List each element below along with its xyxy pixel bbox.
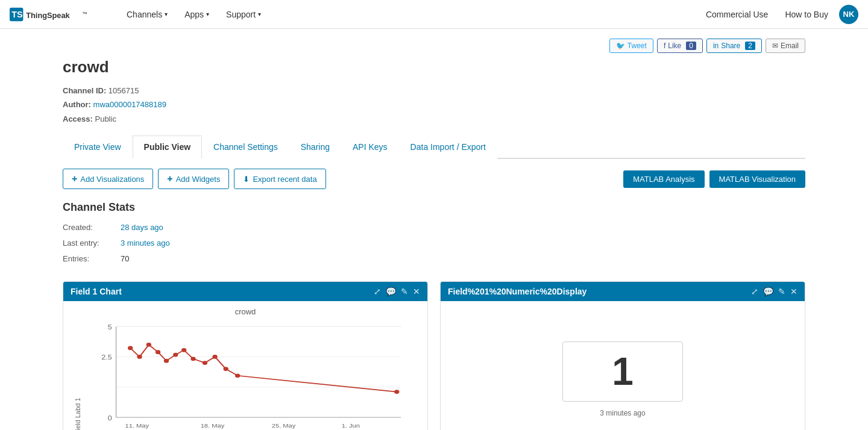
created-value: 28 days ago bbox=[121, 220, 163, 235]
nav-support[interactable]: Support ▾ bbox=[218, 0, 269, 29]
tab-public-view[interactable]: Public View bbox=[133, 136, 203, 159]
svg-text:1. Jun: 1. Jun bbox=[342, 423, 360, 429]
field1-chart-title: Field 1 Chart bbox=[71, 287, 122, 296]
field1-edit-icon[interactable]: ✎ bbox=[401, 287, 408, 296]
twitter-icon: 🐦 bbox=[616, 42, 625, 50]
nav-apps[interactable]: Apps ▾ bbox=[176, 0, 218, 29]
stats-table: Created: 28 days ago Last entry: 3 minut… bbox=[63, 220, 805, 267]
site-logo[interactable]: TS ThingSpeak ™ bbox=[10, 5, 106, 24]
svg-text:25. May: 25. May bbox=[272, 423, 297, 429]
svg-point-28 bbox=[235, 374, 240, 378]
widgets-grid: Field 1 Chart ⤢ 💬 ✎ ✕ crowd Field Labd 1 bbox=[63, 281, 805, 430]
email-icon: ✉ bbox=[772, 42, 778, 50]
svg-point-23 bbox=[181, 348, 186, 352]
field1-chart-body: crowd Field Labd 1 bbox=[63, 301, 427, 430]
channel-id-value: 1056715 bbox=[108, 86, 139, 95]
channel-access-value: Public bbox=[95, 114, 116, 123]
numeric-value-box: 1 bbox=[562, 341, 683, 402]
export-icon: ⬇ bbox=[243, 175, 250, 184]
channel-id-label: Channel ID: bbox=[63, 86, 108, 95]
how-to-buy-label: How to Buy bbox=[785, 10, 828, 19]
channel-access-label: Access: bbox=[63, 114, 95, 123]
export-recent-data-label: Export recent data bbox=[253, 175, 316, 184]
svg-point-19 bbox=[146, 343, 151, 347]
add-widgets-button[interactable]: + Add Widgets bbox=[158, 169, 229, 189]
avatar-initials: NK bbox=[843, 10, 855, 19]
matlab-visualization-button[interactable]: MATLAB Visualization bbox=[709, 170, 805, 188]
user-avatar[interactable]: NK bbox=[839, 5, 858, 24]
numeric-external-link-icon[interactable]: ⤢ bbox=[751, 287, 758, 296]
nav-how-to-buy[interactable]: How to Buy bbox=[779, 0, 834, 29]
matlab-analysis-label: MATLAB Analysis bbox=[633, 175, 694, 184]
created-label: Created: bbox=[63, 220, 117, 235]
channel-stats: Channel Stats Created: 28 days ago Last … bbox=[63, 201, 805, 267]
svg-point-21 bbox=[164, 359, 169, 363]
svg-text:™: ™ bbox=[82, 10, 87, 16]
svg-point-22 bbox=[173, 353, 178, 357]
nav-channels[interactable]: Channels ▾ bbox=[118, 0, 176, 29]
field1-chart-icons: ⤢ 💬 ✎ ✕ bbox=[374, 287, 420, 296]
channel-title: crowd bbox=[63, 58, 805, 76]
field1-comment-icon[interactable]: 💬 bbox=[386, 287, 396, 296]
linkedin-count: 2 bbox=[745, 42, 755, 50]
channel-author-link[interactable]: mwa0000017488189 bbox=[93, 100, 166, 109]
field1-close-icon[interactable]: ✕ bbox=[413, 287, 420, 296]
twitter-share-button[interactable]: 🐦 Tweet bbox=[609, 39, 653, 53]
svg-text:18. May: 18. May bbox=[201, 423, 225, 429]
field1-chart-widget: Field 1 Chart ⤢ 💬 ✎ ✕ crowd Field Labd 1 bbox=[63, 281, 428, 430]
matlab-analysis-button[interactable]: MATLAB Analysis bbox=[623, 170, 704, 188]
add-visualizations-label: Add Visualizations bbox=[80, 175, 144, 184]
action-right-buttons: MATLAB Analysis MATLAB Visualization bbox=[623, 170, 805, 188]
email-share-button[interactable]: ✉ Email bbox=[766, 39, 805, 53]
tab-sharing[interactable]: Sharing bbox=[289, 136, 341, 159]
linkedin-label: Share bbox=[721, 42, 740, 50]
channel-meta: Channel ID: 1056715 Author: mwa000001748… bbox=[63, 84, 805, 126]
nav-apps-label: Apps bbox=[184, 10, 204, 19]
field-numeric-widget: Field%201%20Numeric%20Display ⤢ 💬 ✎ ✕ 1 … bbox=[440, 281, 805, 430]
tab-data-import-export[interactable]: Data Import / Export bbox=[399, 136, 497, 159]
email-label: Email bbox=[781, 42, 799, 50]
numeric-timestamp: 3 minutes ago bbox=[600, 409, 645, 417]
entries-value: 70 bbox=[121, 251, 129, 267]
facebook-label: Like bbox=[668, 42, 681, 50]
tab-bar: Private View Public View Channel Setting… bbox=[63, 136, 805, 159]
svg-text:ThingSpeak: ThingSpeak bbox=[26, 10, 70, 19]
field1-external-link-icon[interactable]: ⤢ bbox=[374, 287, 381, 296]
y-axis-label: Field Labd 1 bbox=[73, 320, 83, 430]
tab-channel-settings[interactable]: Channel Settings bbox=[202, 136, 289, 159]
share-row: 🐦 Tweet f Like 0 in Share 2 ✉ Email bbox=[63, 39, 805, 53]
svg-point-27 bbox=[224, 367, 228, 371]
svg-text:0: 0 bbox=[108, 415, 112, 422]
numeric-close-icon[interactable]: ✕ bbox=[790, 287, 797, 296]
numeric-edit-icon[interactable]: ✎ bbox=[778, 287, 785, 296]
svg-text:2.5: 2.5 bbox=[101, 354, 112, 361]
navbar: TS ThingSpeak ™ Channels ▾ Apps ▾ Suppor… bbox=[0, 0, 868, 29]
field1-chart-container: crowd Field Labd 1 bbox=[63, 301, 427, 430]
svg-text:11. May: 11. May bbox=[125, 423, 150, 429]
nav-support-label: Support bbox=[226, 10, 256, 19]
channel-id-row: Channel ID: 1056715 bbox=[63, 84, 805, 98]
facebook-icon: f bbox=[664, 42, 665, 50]
linkedin-share-button[interactable]: in Share 2 bbox=[706, 39, 762, 53]
add-visualizations-button[interactable]: + Add Visualizations bbox=[63, 169, 153, 189]
twitter-label: Tweet bbox=[627, 42, 647, 50]
nav-channels-label: Channels bbox=[127, 10, 162, 19]
plus-icon: + bbox=[72, 173, 77, 184]
nav-commercial-use[interactable]: Commercial Use bbox=[700, 0, 774, 29]
tab-private-view[interactable]: Private View bbox=[63, 136, 133, 159]
export-recent-data-button[interactable]: ⬇ Export recent data bbox=[234, 169, 326, 189]
numeric-comment-icon[interactable]: 💬 bbox=[763, 287, 773, 296]
matlab-visualization-label: MATLAB Visualization bbox=[719, 175, 796, 184]
tab-api-keys[interactable]: API Keys bbox=[341, 136, 399, 159]
svg-text:TS: TS bbox=[11, 9, 23, 19]
channel-access-row: Access: Public bbox=[63, 112, 805, 126]
field-numeric-icons: ⤢ 💬 ✎ ✕ bbox=[751, 287, 797, 296]
entries-label: Entries: bbox=[63, 251, 117, 267]
channel-author-row: Author: mwa0000017488189 bbox=[63, 98, 805, 111]
apps-caret-icon: ▾ bbox=[206, 11, 209, 17]
entries-row: Entries: 70 bbox=[63, 251, 805, 267]
svg-point-24 bbox=[190, 357, 195, 361]
facebook-like-button[interactable]: f Like 0 bbox=[657, 39, 703, 53]
numeric-value: 1 bbox=[612, 349, 634, 394]
channel-author-label: Author: bbox=[63, 100, 93, 109]
